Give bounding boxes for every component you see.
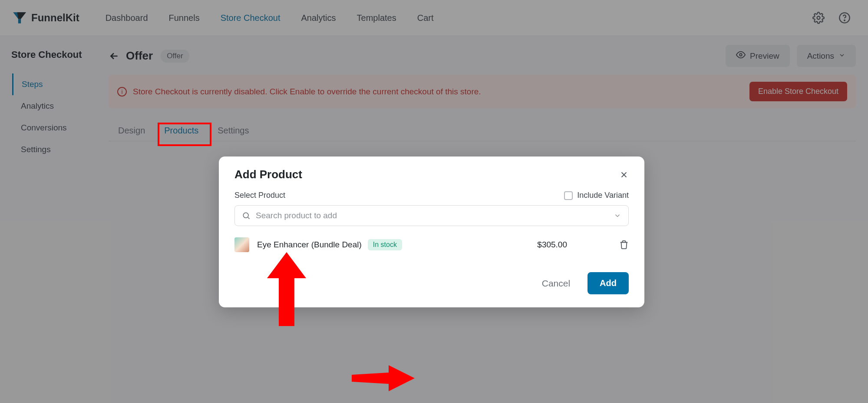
modal-header: Add Product [219, 157, 644, 191]
svg-point-4 [243, 213, 248, 218]
product-name: Eye Enhancer (Bundle Deal) [257, 240, 362, 250]
stock-badge: In stock [368, 239, 402, 250]
trash-icon[interactable] [619, 240, 629, 250]
product-search-combobox[interactable] [234, 205, 629, 226]
include-variant-label: Include Variant [577, 191, 629, 200]
modal-body: Select Product Include Variant Eye Enhan… [219, 191, 644, 260]
add-product-modal: Add Product Select Product Include Varia… [219, 157, 644, 307]
include-variant-checkbox[interactable] [564, 191, 573, 200]
chevron-down-icon [614, 212, 621, 220]
modal-title: Add Product [234, 168, 302, 181]
product-thumbnail [234, 237, 249, 252]
cancel-button[interactable]: Cancel [542, 278, 570, 289]
search-input[interactable] [256, 211, 614, 220]
add-button[interactable]: Add [587, 272, 629, 294]
search-icon [242, 211, 251, 220]
selected-product-row: Eye Enhancer (Bundle Deal) In stock $305… [234, 233, 629, 256]
product-price: $305.00 [537, 240, 567, 250]
include-variant-wrap: Include Variant [564, 191, 629, 200]
select-product-label: Select Product [234, 191, 285, 200]
select-product-row: Select Product Include Variant [234, 191, 629, 200]
modal-footer: Cancel Add [219, 260, 644, 307]
close-icon[interactable] [619, 170, 629, 180]
